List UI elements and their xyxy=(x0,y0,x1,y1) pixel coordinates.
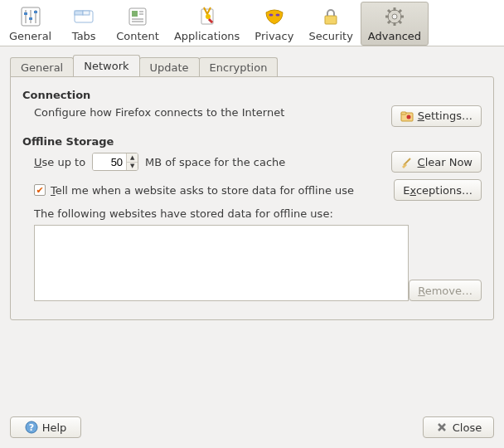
cache-suffix-label: MB of space for the cache xyxy=(145,156,285,168)
broom-icon xyxy=(400,155,414,168)
subtab-encryption-label: Encryption xyxy=(210,61,268,74)
mask-icon xyxy=(263,5,286,28)
clear-now-button[interactable]: Clear Now Clear Now xyxy=(391,151,482,173)
offline-sites-listbox[interactable] xyxy=(34,225,409,301)
cache-size-input[interactable] xyxy=(93,153,126,170)
help-button[interactable]: ? Help xyxy=(10,416,81,438)
svg-point-17 xyxy=(206,14,211,19)
subtab-network-label: Network xyxy=(84,60,128,72)
close-button[interactable]: Close xyxy=(423,416,494,438)
remove-button: Remove… Remove… xyxy=(409,280,482,301)
category-applications[interactable]: Applications xyxy=(167,2,247,46)
svg-point-23 xyxy=(392,14,397,19)
svg-rect-11 xyxy=(132,11,138,17)
exceptions-button[interactable]: Exceptions… Exceptions… xyxy=(394,179,482,201)
svg-rect-6 xyxy=(34,11,37,13)
use-up-to-label: Use up to xyxy=(34,156,85,168)
category-security[interactable]: Security xyxy=(301,2,360,46)
tell-me-checkbox[interactable]: Tell me when a website asks to store dat… xyxy=(34,184,354,197)
category-privacy-label: Privacy xyxy=(254,30,293,42)
category-advanced-label: Advanced xyxy=(368,30,421,42)
category-content[interactable]: Content xyxy=(109,2,167,46)
offline-title: Offline Storage xyxy=(22,135,482,148)
svg-rect-4 xyxy=(24,12,27,15)
spin-up-icon[interactable]: ▲ xyxy=(127,153,138,163)
gear-icon xyxy=(383,5,406,28)
category-tabs[interactable]: Tabs xyxy=(59,2,109,46)
connection-desc: Configure how Firefox connects to the In… xyxy=(34,106,284,119)
sliders-icon xyxy=(19,5,42,28)
subtab-network[interactable]: Network xyxy=(73,55,139,76)
subtab-encryption[interactable]: Encryption xyxy=(199,57,279,77)
category-applications-label: Applications xyxy=(174,30,240,42)
subtab-update-label: Update xyxy=(150,61,189,74)
stored-list-label: The following websites have stored data … xyxy=(34,207,482,220)
dialog-footer: ? Help Close xyxy=(0,408,504,448)
remove-label: Remove… xyxy=(418,285,472,297)
category-content-label: Content xyxy=(116,30,159,42)
svg-rect-8 xyxy=(75,11,83,15)
network-pane: Connection Configure how Firefox connect… xyxy=(10,76,494,320)
subtab-update[interactable]: Update xyxy=(139,57,200,77)
spin-down-icon[interactable]: ▼ xyxy=(127,163,138,171)
category-privacy[interactable]: Privacy xyxy=(247,2,301,46)
category-tabs-label: Tabs xyxy=(72,30,96,42)
connection-settings-label: SSettings…ettings… xyxy=(418,110,472,122)
subtab-general-label: General xyxy=(21,61,63,74)
applications-icon xyxy=(196,5,219,28)
exceptions-label: Exceptions… xyxy=(403,184,472,197)
help-label: Help xyxy=(42,421,67,434)
svg-line-30 xyxy=(388,21,390,23)
svg-text:?: ? xyxy=(28,422,33,433)
content-icon xyxy=(126,5,149,28)
cache-size-spinner[interactable]: ▲ ▼ xyxy=(92,153,138,171)
settings-folder-icon xyxy=(400,110,414,123)
svg-line-29 xyxy=(399,21,401,23)
svg-rect-33 xyxy=(401,112,406,114)
category-security-label: Security xyxy=(308,30,352,42)
close-icon xyxy=(435,421,448,434)
lock-icon xyxy=(319,5,342,28)
connection-settings-button[interactable]: SSettings…ettings… xyxy=(391,105,482,127)
tell-me-label: Tell me when a website asks to store dat… xyxy=(51,184,354,197)
svg-point-19 xyxy=(269,14,273,17)
svg-point-20 xyxy=(275,14,279,17)
svg-rect-21 xyxy=(325,16,337,24)
svg-point-34 xyxy=(406,114,410,119)
svg-rect-9 xyxy=(83,11,90,15)
category-advanced[interactable]: Advanced xyxy=(361,2,429,46)
close-label: Close xyxy=(453,421,482,434)
category-toolbar: General Tabs Content Applications Privac… xyxy=(0,0,504,46)
svg-rect-5 xyxy=(29,17,32,20)
svg-line-31 xyxy=(399,10,401,12)
clear-now-label: Clear Now xyxy=(418,156,472,168)
svg-line-28 xyxy=(388,10,390,12)
tabs-icon xyxy=(72,5,95,28)
subtab-general[interactable]: General xyxy=(10,57,74,77)
content-area: General Network Update Encryption Connec… xyxy=(0,46,504,325)
help-icon: ? xyxy=(25,421,38,434)
checkbox-icon xyxy=(34,184,46,196)
connection-title: Connection xyxy=(22,89,482,101)
subtab-bar: General Network Update Encryption xyxy=(10,55,494,76)
category-general[interactable]: General xyxy=(2,2,59,46)
category-general-label: General xyxy=(9,30,51,42)
